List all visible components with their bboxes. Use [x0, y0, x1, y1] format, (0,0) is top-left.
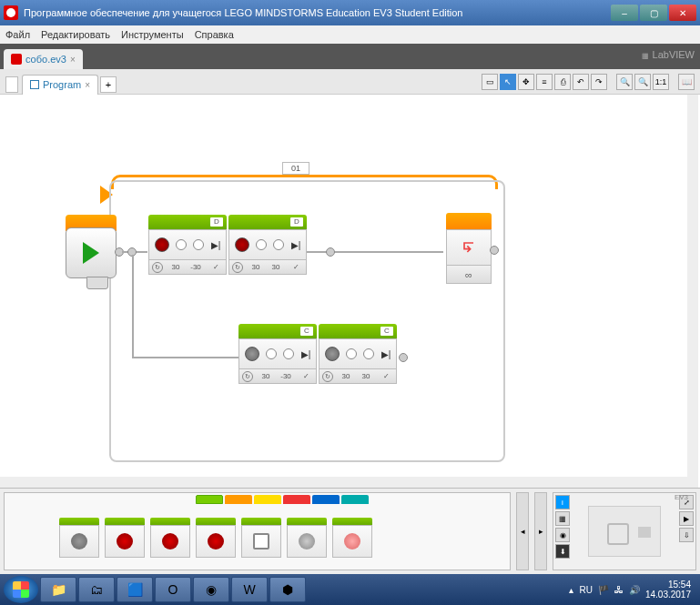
window-maximize-button[interactable]: ▢: [640, 5, 667, 21]
loop-end-block[interactable]: ∞: [446, 213, 492, 284]
program-canvas[interactable]: 01 D ▶|: [0, 95, 700, 488]
brick-download-run-icon[interactable]: ⇩: [679, 528, 694, 542]
motor-block-c1[interactable]: C ▶| ↻ 30 -30 ✓: [238, 324, 317, 384]
palette-block-move-steering[interactable]: [150, 518, 190, 558]
palette-block-brick-status[interactable]: [332, 518, 372, 558]
palette-collapse-left[interactable]: ◂: [516, 492, 529, 570]
brick-motor-icon[interactable]: ◉: [555, 528, 570, 542]
brick-panel: EV3 i ▦ ◉ ⬇ ⤢ ▶ ⇩: [553, 492, 696, 570]
motor-port[interactable]: C: [380, 327, 393, 336]
motor-port[interactable]: D: [290, 217, 303, 227]
taskbar-item-word[interactable]: W: [231, 577, 268, 602]
file-tab-close[interactable]: ×: [70, 55, 76, 65]
connector-peg[interactable]: [490, 246, 499, 255]
program-tab[interactable]: Program ×: [22, 75, 98, 95]
taskbar-item-opera[interactable]: O: [155, 577, 191, 602]
canvas-scrollbar-v[interactable]: [687, 95, 698, 488]
mode-icon[interactable]: ↻: [232, 262, 243, 273]
window-close-button[interactable]: ✕: [669, 5, 696, 21]
taskbar-item-app[interactable]: 🟦: [117, 577, 153, 602]
tool-help[interactable]: 📖: [678, 74, 695, 90]
palette-tab-sensor[interactable]: [254, 495, 281, 504]
tab-list-button[interactable]: [5, 76, 18, 93]
brick-info-icon[interactable]: i: [555, 495, 570, 509]
motor-value[interactable]: ✓: [379, 372, 393, 380]
motor-value[interactable]: ✓: [208, 263, 223, 271]
mode-icon[interactable]: ↻: [152, 262, 163, 273]
palette-block-medium-motor[interactable]: [59, 518, 99, 558]
taskbar-item-folder[interactable]: 🗂: [78, 577, 115, 602]
tool-pointer[interactable]: ↖: [500, 74, 516, 90]
tray-network-icon[interactable]: 🖧: [614, 585, 624, 595]
motor-value[interactable]: 30: [249, 263, 263, 271]
palette-tab-data[interactable]: [283, 495, 310, 504]
tray-flag-icon[interactable]: 🏴: [598, 585, 609, 595]
brick-run-icon[interactable]: ▶: [679, 511, 694, 526]
motor-dial-icon: [363, 348, 374, 359]
program-tab-close[interactable]: ×: [85, 80, 90, 90]
palette-tab-action[interactable]: [196, 495, 223, 504]
palette-block-move-tank[interactable]: [196, 518, 236, 558]
motor-value[interactable]: ✓: [289, 263, 303, 271]
palette-block-large-motor[interactable]: [105, 518, 145, 558]
window-minimize-button[interactable]: –: [611, 5, 638, 21]
start-button[interactable]: [4, 576, 38, 603]
tool-pan[interactable]: ✥: [518, 74, 534, 90]
menu-help[interactable]: Справка: [195, 29, 234, 40]
motor-block-d1[interactable]: D ▶| ↻ 30 -30 ✓: [148, 215, 227, 275]
taskbar-item-explorer[interactable]: 📁: [40, 577, 76, 602]
palette-tab-myblocks[interactable]: [341, 495, 369, 504]
menubar: Файл Редактировать Инструменты Справка: [0, 25, 700, 44]
tool-redo[interactable]: ↷: [591, 74, 607, 90]
palette-tab-flow[interactable]: [225, 495, 252, 504]
mode-icon[interactable]: ↻: [242, 371, 253, 382]
motor-value[interactable]: 30: [339, 372, 353, 380]
motor-value[interactable]: -30: [279, 372, 293, 380]
motor-value[interactable]: ✓: [299, 372, 313, 380]
motor-dial-icon: [266, 348, 277, 359]
tool-zoom-in[interactable]: 🔍: [634, 74, 651, 90]
tool-comment[interactable]: ≡: [536, 74, 553, 90]
wire: [132, 357, 239, 358]
brick-download-icon[interactable]: ⬇: [555, 544, 570, 559]
loop-condition[interactable]: ∞: [446, 266, 492, 284]
menu-edit[interactable]: Редактировать: [41, 29, 110, 40]
motor-value[interactable]: 30: [168, 263, 183, 271]
motor-value[interactable]: 30: [259, 372, 273, 380]
start-block[interactable]: [66, 227, 117, 278]
canvas-scrollbar-h[interactable]: [0, 477, 687, 488]
motor-value[interactable]: -30: [188, 263, 203, 271]
taskbar-item-ev3[interactable]: ⬢: [269, 577, 306, 602]
tool-zoom-out[interactable]: 🔍: [616, 74, 633, 90]
connector-peg[interactable]: [399, 353, 408, 362]
motor-medium-icon: [245, 347, 259, 361]
tray-expand-icon[interactable]: ▴: [569, 585, 573, 595]
tray-volume-icon[interactable]: 🔊: [629, 585, 640, 595]
brick-port-view-icon[interactable]: ▦: [555, 511, 570, 526]
motor-block-d2[interactable]: D ▶| ↻ 30 30 ✓: [228, 215, 307, 275]
tool-select[interactable]: ▭: [482, 74, 498, 90]
tray-clock[interactable]: 15:54 14.03.2017: [645, 580, 691, 600]
taskbar-item-chrome[interactable]: ◉: [193, 577, 229, 602]
palette-tab-advanced[interactable]: [312, 495, 340, 504]
motor-value[interactable]: 30: [269, 263, 283, 271]
tool-undo[interactable]: ↶: [573, 74, 589, 90]
menu-file[interactable]: Файл: [5, 29, 30, 40]
connector-peg[interactable]: [326, 247, 335, 257]
loop-label[interactable]: 01: [282, 162, 309, 175]
palette-block-display[interactable]: [241, 518, 281, 558]
motor-block-c2[interactable]: C ▶| ↻ 30 30 ✓: [319, 324, 397, 384]
file-tab[interactable]: собо.ev3 ×: [4, 49, 83, 69]
tray-language[interactable]: RU: [579, 585, 592, 595]
menu-tools[interactable]: Инструменты: [121, 29, 184, 40]
motor-port[interactable]: C: [300, 327, 313, 336]
tank-icon: [208, 533, 224, 550]
palette-collapse-right[interactable]: ▸: [534, 492, 547, 570]
mode-icon[interactable]: ↻: [322, 371, 333, 382]
add-program-button[interactable]: +: [100, 76, 117, 93]
tool-zoom-reset[interactable]: 1:1: [653, 74, 669, 90]
motor-port[interactable]: D: [210, 217, 223, 227]
tool-save[interactable]: ⎙: [554, 74, 571, 90]
palette-block-sound[interactable]: [287, 518, 327, 558]
motor-value[interactable]: 30: [359, 372, 373, 380]
